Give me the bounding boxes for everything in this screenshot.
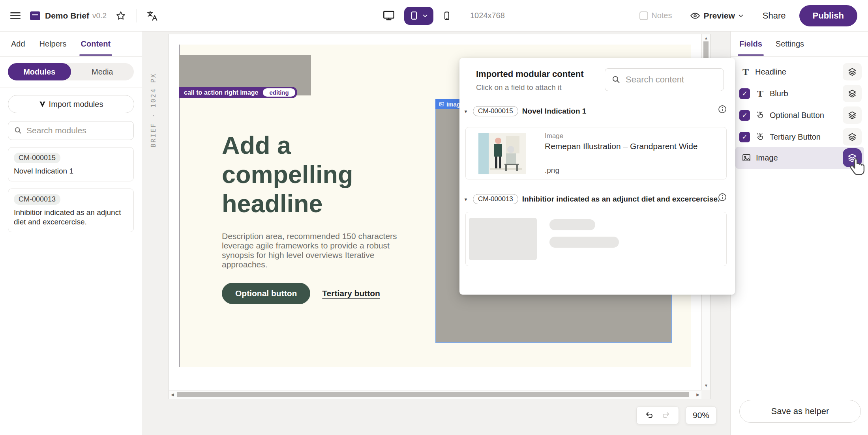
search-icon xyxy=(611,75,621,84)
info-icon[interactable] xyxy=(718,192,727,202)
text-field-icon: T xyxy=(756,88,765,99)
artboard-ruler-label: BRIEF · 1024 PX xyxy=(148,37,159,147)
editing-badge: editing xyxy=(263,88,295,97)
button-field-icon xyxy=(756,133,765,142)
field-row-optional-button[interactable]: ✓ Optional Button xyxy=(735,106,864,125)
attach-layers-button[interactable] xyxy=(843,85,862,102)
scroll-down-icon[interactable]: ▼ xyxy=(704,384,708,388)
scroll-right-icon[interactable]: ▶ xyxy=(696,393,699,397)
tab-settings[interactable]: Settings xyxy=(776,39,804,49)
device-tablet-toggle[interactable] xyxy=(404,7,433,25)
content-group-title: Novel Indication 1 xyxy=(522,107,587,116)
undo-icon[interactable] xyxy=(645,411,654,420)
right-panel: Fields Settings T Headline ✓ T Blurb ✓ xyxy=(730,32,868,435)
tab-content[interactable]: Content xyxy=(81,39,111,49)
import-modules-button[interactable]: Import modules xyxy=(8,95,134,113)
scroll-left-icon[interactable]: ◀ xyxy=(171,393,174,397)
history-controls xyxy=(636,406,679,424)
attach-layers-button[interactable] xyxy=(843,106,862,124)
translate-icon[interactable] xyxy=(146,10,158,22)
module-id-badge: CM-000013 xyxy=(14,194,60,205)
tab-add[interactable]: Add xyxy=(11,39,25,49)
disclosure-triangle-icon[interactable]: ▾ xyxy=(463,108,469,114)
asset-card-loading xyxy=(465,212,727,266)
disclosure-triangle-icon[interactable]: ▾ xyxy=(463,196,469,202)
device-mobile-icon[interactable] xyxy=(442,10,452,22)
veeva-v-icon xyxy=(39,101,46,108)
field-row-image[interactable]: Image xyxy=(735,147,864,169)
search-modules-input[interactable] xyxy=(26,126,128,135)
device-desktop-icon[interactable] xyxy=(382,9,396,22)
hamburger-menu-icon[interactable] xyxy=(10,11,21,21)
search-content-input[interactable] xyxy=(626,75,717,85)
module-selection-tag[interactable]: call to action right image editing xyxy=(179,87,297,98)
module-card[interactable]: CM-000015 Novel Indication 1 xyxy=(8,147,134,181)
field-checkbox-checked[interactable]: ✓ xyxy=(739,110,750,121)
attach-layers-button[interactable] xyxy=(843,128,862,146)
modules-media-toggle: Modules Media xyxy=(8,63,134,80)
brief-icon xyxy=(30,11,40,20)
tertiary-button[interactable]: Tertiary button xyxy=(322,289,380,298)
horizontal-scroll-thumb[interactable] xyxy=(177,392,689,397)
attach-layers-button-active[interactable] xyxy=(843,148,862,167)
notes-label: Notes xyxy=(651,11,672,20)
scrollbar-corner xyxy=(701,390,710,399)
field-label: Tertiary Button xyxy=(770,133,821,142)
field-label: Headline xyxy=(755,67,786,77)
module-card[interactable]: CM-000013 Inhibitior indicated as an adj… xyxy=(8,189,134,232)
device-tablet-icon xyxy=(409,10,419,22)
asset-card-image[interactable]: Image Remepan Illustration – Grandparent… xyxy=(465,127,727,179)
optional-button[interactable]: Optional button xyxy=(222,283,310,304)
search-icon xyxy=(14,126,22,135)
modal-title: Imported modular content xyxy=(476,69,584,79)
brief-version: v0.2 xyxy=(92,11,107,20)
field-label: Optional Button xyxy=(770,111,824,120)
tab-fields[interactable]: Fields xyxy=(739,39,762,49)
info-icon[interactable] xyxy=(718,105,727,114)
horizontal-scrollbar[interactable]: ◀ ▶ xyxy=(169,390,701,399)
zoom-level-control[interactable]: 90% xyxy=(686,406,716,424)
skeleton-line xyxy=(549,237,619,248)
field-row-tertiary-button[interactable]: ✓ Tertiary Button xyxy=(735,127,864,146)
divider xyxy=(462,9,462,22)
attach-layers-button[interactable] xyxy=(843,63,862,80)
skeleton-line xyxy=(549,219,595,230)
share-button[interactable]: Share xyxy=(763,11,786,21)
viewport-size-label: 1024x768 xyxy=(470,11,505,20)
segment-modules[interactable]: Modules xyxy=(8,63,71,80)
headline-text[interactable]: Add a compelling headline xyxy=(222,131,392,218)
content-group-row[interactable]: ▾ CM-000015 Novel Indication 1 xyxy=(463,106,586,116)
cta-button-row: Optional button Tertiary button xyxy=(222,283,380,304)
chevron-down-icon xyxy=(422,12,429,19)
preview-label: Preview xyxy=(703,11,735,21)
description-text[interactable]: Description area, recommended 150 charac… xyxy=(222,232,411,269)
right-panel-tabs: Fields Settings xyxy=(731,32,868,57)
publish-button[interactable]: Publish xyxy=(799,5,857,26)
module-title: Novel Indication 1 xyxy=(14,166,128,176)
asset-thumbnail xyxy=(478,133,526,174)
left-panel: Add Helpers Content Modules Media Import… xyxy=(0,32,142,435)
segment-media[interactable]: Media xyxy=(71,63,134,80)
eye-icon xyxy=(690,11,700,21)
brief-title: Demo Brief xyxy=(45,11,89,21)
tab-helpers[interactable]: Helpers xyxy=(39,39,67,49)
preview-button[interactable]: Preview xyxy=(690,11,744,21)
zoom-level-label: 90% xyxy=(693,411,709,420)
imported-content-modal: Imported modular content Click on a fiel… xyxy=(459,58,735,295)
image-field-icon xyxy=(742,153,751,162)
star-favorite-icon[interactable] xyxy=(115,10,126,21)
field-checkbox-checked[interactable]: ✓ xyxy=(739,132,750,142)
top-bar: Demo Brief v0.2 xyxy=(0,0,868,32)
redo-icon[interactable] xyxy=(661,411,670,420)
field-label: Blurb xyxy=(770,89,788,98)
content-group-row[interactable]: ▾ CM-000013 Inhibitior indicated as an a… xyxy=(463,194,720,204)
content-id-badge: CM-000015 xyxy=(473,106,518,116)
scroll-up-icon[interactable]: ▲ xyxy=(704,36,708,40)
save-as-helper-button[interactable]: Save as helper xyxy=(739,400,861,423)
notes-checkbox[interactable] xyxy=(639,11,648,20)
field-checkbox-checked[interactable]: ✓ xyxy=(739,88,750,99)
field-row-headline[interactable]: T Headline xyxy=(735,62,864,81)
text-field-icon: T xyxy=(741,67,750,77)
content-id-badge: CM-000013 xyxy=(473,194,518,204)
field-row-blurb[interactable]: ✓ T Blurb xyxy=(735,84,864,103)
